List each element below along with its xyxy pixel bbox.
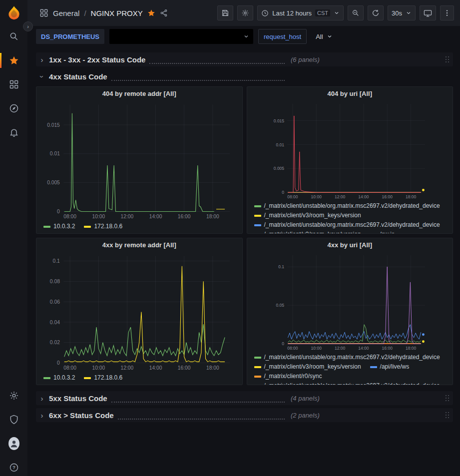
chart-canvas-4xx-remote-addr[interactable]: 00.020.040.060.080.108:0010:0012:0014:00… [36,252,242,372]
kebab-dots-icon [443,9,451,17]
zoom-out-icon [352,9,360,17]
svg-text:0.005: 0.005 [47,180,60,185]
chevron-right-icon: › [39,394,45,403]
search-icon[interactable] [8,31,19,42]
chevron-down-icon [327,33,333,39]
chart-canvas-4xx-uri[interactable]: 00.050.108:0010:0012:0014:0016:0018:00 [247,252,453,352]
panel-title[interactable]: 404 by remote addr [All] [36,87,242,100]
legend-item[interactable]: /_matrix/client/v3/room_keys/version [254,230,361,233]
alerting-bell-icon[interactable] [8,127,19,138]
drag-handle-icon[interactable] [445,395,450,402]
kebab-menu-button[interactable] [440,5,454,20]
configuration-gear-icon[interactable] [8,390,19,401]
starred-dashboards-icon[interactable] [8,55,19,66]
legend-item[interactable]: 172.18.0.6 [84,373,122,382]
svg-text:18:00: 18:00 [206,214,219,219]
legend-item[interactable]: 172.18.0.6 [84,222,122,231]
refresh-interval-label: 30s [392,9,402,17]
chart-legend: /_matrix/client/unstable/org.matrix.msc2… [247,352,453,385]
grafana-app: ? › General / NGINX PROXY [0,0,460,476]
refresh-button[interactable] [368,5,384,20]
svg-text:08:00: 08:00 [287,346,298,351]
legend-item[interactable]: /_matrix/client/unstable/org.matrix.msc2… [254,381,440,385]
apps-grid-icon [39,8,48,17]
zoom-out-time-button[interactable] [348,5,364,20]
dashboards-icon[interactable] [8,79,19,90]
monitor-icon [424,9,432,17]
svg-text:12:00: 12:00 [334,194,345,199]
datasource-select[interactable] [109,29,253,44]
panel-title[interactable]: 4xx by uri [All] [247,238,453,252]
svg-text:0.01: 0.01 [50,151,60,156]
row-title: 5xx Status Code [49,394,107,403]
breadcrumb-separator: / [84,9,86,17]
row-6xx[interactable]: › 6xx > Status Code (2 panels) [36,408,453,422]
svg-text:0.015: 0.015 [47,122,60,128]
legend-item[interactable]: 10.0.3.2 [43,222,75,231]
svg-text:10:00: 10:00 [92,214,105,219]
panel-title[interactable]: 4xx by remote addr [All] [36,238,242,252]
panel-title[interactable]: 404 by uri [All] [247,87,453,100]
grafana-logo-icon[interactable] [5,5,22,22]
svg-text:18:00: 18:00 [206,365,219,371]
drag-handle-icon[interactable] [445,56,450,63]
user-avatar[interactable] [8,438,19,449]
chevron-right-icon: › [39,411,45,420]
favorite-star-icon[interactable] [147,9,155,17]
svg-text:08:00: 08:00 [63,214,76,219]
dotted-leader [149,58,285,64]
legend-item[interactable]: /_matrix/client/r0/sync [254,372,322,381]
svg-text:08:00: 08:00 [287,194,298,199]
panel-404-by-uri: 404 by uri [All] 00.0050.010.01508:0010:… [247,86,454,234]
share-icon[interactable] [160,9,168,17]
legend-item[interactable]: /_matrix/client/unstable/org.matrix.msc2… [254,353,440,362]
time-range-picker[interactable]: Last 12 hours CST [257,5,344,20]
legend-item[interactable]: /api/live/ws [370,362,410,371]
row-1xx-3xx-2xx[interactable]: › 1xx - 3xx - 2xx Status Code (6 panels) [36,52,453,66]
chart-legend: 10.0.3.2172.18.0.6 [36,221,242,233]
row-4xx[interactable]: › 4xx Status Code [36,69,453,83]
svg-text:12:00: 12:00 [121,365,134,371]
legend-item[interactable]: /_matrix/client/v3/room_keys/version [254,362,361,371]
svg-text:0.1: 0.1 [53,258,60,264]
legend-item[interactable]: /_matrix/client/unstable/org.matrix.msc2… [254,201,440,210]
chart-canvas-404-uri[interactable]: 00.0050.010.01508:0010:0012:0014:0016:00… [247,100,453,200]
legend-item[interactable]: /sw.js [370,230,395,233]
sidebar-expand-chevron-icon[interactable]: › [23,21,33,31]
chart-canvas-404-remote-addr[interactable]: 00.0050.010.01508:0010:0012:0014:0016:00… [36,100,242,221]
cycle-view-mode-button[interactable] [420,5,436,20]
avatar [8,437,19,450]
row-5xx[interactable]: › 5xx Status Code (4 panels) [36,391,453,405]
panel-404-by-remote-addr: 404 by remote addr [All] 00.0050.010.015… [36,86,243,234]
request-host-variable-label[interactable]: request_host [258,29,307,44]
svg-text:16:00: 16:00 [382,346,393,351]
datasource-variable-label[interactable]: DS_PROMETHEUS [36,29,104,44]
save-dashboard-button[interactable] [217,5,233,20]
svg-text:14:00: 14:00 [149,365,162,371]
help-icon[interactable]: ? [8,462,19,473]
legend-item[interactable]: /_matrix/client/v3/room_keys/version [254,211,361,220]
timezone-badge: CST [315,9,330,16]
drag-handle-icon[interactable] [445,412,450,419]
legend-item[interactable]: /_matrix/client/unstable/org.matrix.msc2… [254,220,440,229]
svg-text:08:00: 08:00 [63,365,76,371]
svg-text:0.1: 0.1 [278,264,284,269]
request-host-select[interactable]: All [312,29,336,44]
clock-icon [261,9,269,17]
dashboard-settings-button[interactable] [237,5,253,20]
server-admin-shield-icon[interactable] [8,414,19,425]
breadcrumb: General / NGINX PROXY [39,8,168,17]
dashboard-title[interactable]: NGINX PROXY [91,9,143,17]
svg-text:0: 0 [282,190,284,195]
chart-legend: 10.0.3.2172.18.0.6 [36,372,242,385]
legend-item[interactable]: 10.0.3.2 [43,373,75,382]
variables-bar: DS_PROMETHEUS request_host All [27,26,460,47]
explore-compass-icon[interactable] [8,103,19,114]
save-floppy-icon [221,9,229,17]
svg-text:0.08: 0.08 [50,279,60,284]
breadcrumb-section[interactable]: General [53,9,79,17]
refresh-interval-dropdown[interactable]: 30s [388,5,416,20]
svg-text:0: 0 [282,341,284,346]
panel-count: (4 panels) [291,395,320,402]
dotted-leader [118,414,285,420]
